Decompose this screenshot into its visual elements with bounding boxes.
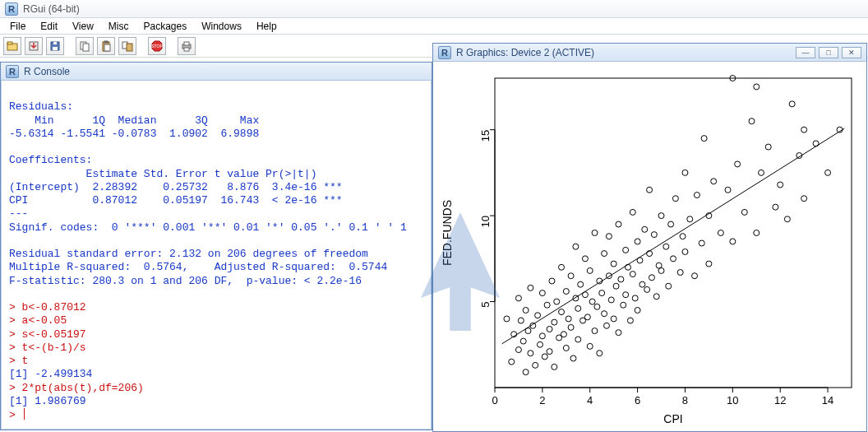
graphics-titlebar[interactable]: R R Graphics: Device 2 (ACTIVE) — □ ✕ [433, 44, 866, 62]
data-point [523, 308, 529, 314]
data-point [754, 230, 760, 236]
data-point [649, 275, 654, 281]
data-point [575, 305, 581, 311]
data-point [687, 216, 693, 222]
console-window: R R Console Residuals: Min 1Q Median 3Q … [0, 62, 432, 430]
console-line: Estimate Std. Error t value Pr(>|t|) [9, 168, 423, 181]
console-prompt[interactable]: > [9, 408, 423, 422]
data-point [542, 354, 547, 360]
data-point [552, 319, 557, 325]
data-point [651, 232, 657, 238]
data-point [706, 261, 712, 267]
svg-rect-4 [53, 47, 58, 50]
menu-bar: File Edit View Misc Packages Windows Hel… [0, 18, 868, 35]
console-line: -5.6314 -1.5541 -0.0783 1.0902 6.9898 [9, 128, 423, 141]
menu-misc[interactable]: Misc [102, 19, 136, 34]
menu-windows[interactable]: Windows [195, 19, 248, 34]
menu-view[interactable]: View [66, 19, 100, 34]
data-point [778, 182, 783, 188]
data-point [647, 187, 653, 193]
x-tick-label: 12 [774, 394, 786, 406]
data-point [563, 289, 569, 295]
menu-packages[interactable]: Packages [137, 19, 194, 34]
svg-rect-17 [184, 48, 189, 51]
console-line: (Intercept) 2.28392 0.25732 8.876 3.4e-1… [9, 181, 423, 194]
data-point [701, 136, 707, 142]
data-point [825, 170, 831, 175]
data-point [515, 295, 521, 301]
data-point [658, 213, 664, 219]
data-point [801, 127, 807, 132]
fit-line [502, 128, 845, 344]
tool-copy-icon[interactable] [76, 37, 94, 55]
data-point [611, 261, 616, 267]
data-point [608, 297, 614, 303]
svg-rect-12 [127, 44, 132, 51]
r-logo-icon: R [438, 46, 451, 59]
svg-rect-1 [7, 42, 12, 44]
console-line [9, 141, 423, 154]
close-button[interactable]: ✕ [842, 47, 861, 58]
tool-print-icon[interactable] [178, 37, 196, 55]
minimize-button[interactable]: — [796, 47, 815, 58]
svg-rect-10 [104, 44, 110, 51]
data-point [523, 369, 529, 375]
data-point [587, 267, 593, 273]
tool-open-icon[interactable] [3, 37, 21, 55]
console-body[interactable]: Residuals: Min 1Q Median 3Q Max -5.6314 … [1, 81, 432, 430]
data-point [789, 101, 795, 107]
data-point [568, 273, 574, 279]
maximize-button[interactable]: □ [819, 47, 838, 58]
data-point [537, 341, 542, 347]
data-point [589, 299, 595, 304]
data-point [554, 299, 560, 304]
menu-file[interactable]: File [3, 19, 32, 34]
data-point [606, 234, 612, 239]
console-line: > s<-0.05197 [9, 328, 423, 341]
data-point [528, 285, 533, 290]
tool-paste-icon[interactable] [97, 37, 115, 55]
data-point [547, 326, 552, 332]
app-titlebar: R RGui (64-bit) [0, 0, 868, 18]
tool-save-icon[interactable] [46, 37, 64, 55]
menu-help[interactable]: Help [250, 19, 284, 34]
data-point [735, 161, 741, 167]
data-point [672, 196, 678, 202]
data-point [552, 364, 557, 369]
tool-loadws-icon[interactable] [25, 37, 43, 55]
data-point [699, 240, 704, 246]
data-point [642, 226, 648, 232]
menu-edit[interactable]: Edit [34, 19, 64, 34]
data-point [653, 294, 659, 300]
console-line [9, 87, 423, 100]
tool-copypaste-icon[interactable] [118, 37, 136, 55]
console-line: > 2*pt(abs(t),df=206) [9, 382, 423, 395]
data-point [616, 330, 621, 336]
y-axis-label: FED.FUNDS [441, 200, 454, 266]
data-point [632, 295, 638, 301]
data-point [730, 239, 736, 244]
data-point [677, 270, 683, 276]
data-point [533, 362, 538, 368]
data-point [784, 216, 790, 222]
data-point [718, 230, 723, 236]
data-point [692, 273, 698, 279]
console-line: Min 1Q Median 3Q Max [9, 114, 423, 128]
data-point [573, 244, 579, 249]
data-point [682, 249, 688, 254]
data-point [561, 332, 566, 337]
data-point [623, 247, 629, 253]
x-tick-label: 6 [635, 394, 640, 406]
data-point [621, 302, 626, 308]
svg-rect-9 [104, 41, 108, 43]
data-point [559, 309, 565, 315]
x-tick-label: 10 [727, 394, 738, 406]
data-point [582, 256, 588, 262]
data-point [611, 316, 616, 322]
data-point [509, 359, 515, 365]
console-titlebar[interactable]: R R Console [1, 63, 432, 81]
r-logo-icon: R [5, 2, 18, 16]
tool-stop-icon[interactable]: STOP [148, 37, 166, 55]
data-point [515, 347, 521, 353]
data-point [504, 316, 510, 322]
